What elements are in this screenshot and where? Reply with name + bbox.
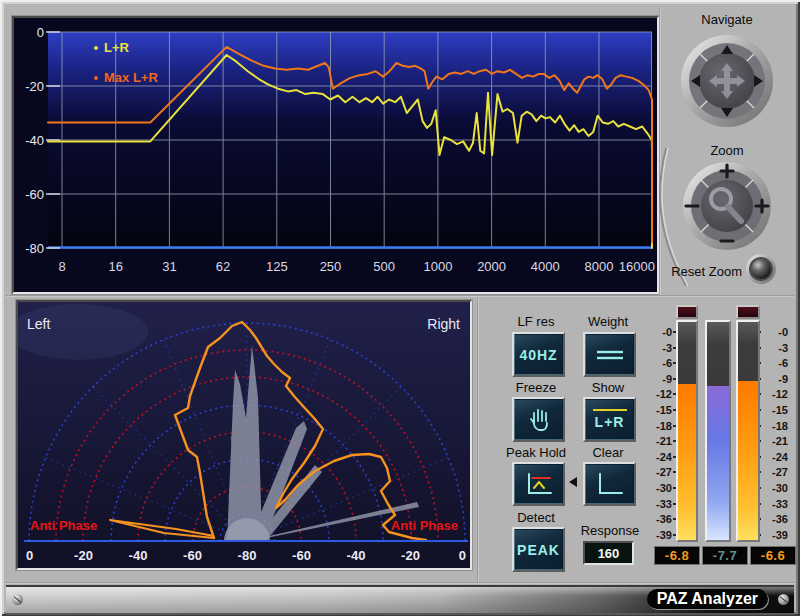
- meter-scale-left-label: -24: [646, 451, 672, 463]
- antiphase-left-label: Anti Phase: [30, 518, 97, 533]
- weight-button[interactable]: [583, 332, 636, 377]
- meter-scale-left-label: -15: [646, 404, 672, 416]
- meter-readout-left[interactable]: -6.8: [654, 546, 700, 565]
- meter-scale-right-label: -3: [762, 342, 788, 354]
- response-label: Response: [570, 524, 650, 538]
- meter-scale-right-label: -36: [762, 513, 788, 525]
- detect-value: PEAK: [517, 542, 560, 558]
- navigate-pad[interactable]: [679, 33, 775, 129]
- meter-scale-left-label: -9: [646, 373, 672, 385]
- legend-label-max-lr: Max L+R: [104, 70, 158, 85]
- navigate-label: Navigate: [677, 13, 777, 27]
- weight-icon: [595, 348, 625, 362]
- screw-icon-right: [778, 594, 789, 605]
- meter-scale-right-label: -21: [762, 435, 788, 447]
- spectrum-x-tick: 125: [266, 259, 288, 274]
- meter-scale-left-label: -0: [646, 326, 672, 338]
- weight-label: Weight: [568, 315, 648, 329]
- legend-item-max-lr: Max L+R: [94, 70, 158, 85]
- spectrum-x-tick: 62: [216, 259, 230, 274]
- polar-axis-tick: -20: [74, 548, 93, 563]
- spectrum-x-tick: 2000: [477, 259, 506, 274]
- clear-axes-icon: [595, 471, 625, 497]
- meter-readout-right[interactable]: -6.6: [750, 546, 796, 565]
- link-triangle-icon: [569, 477, 577, 487]
- left-channel-label: Left: [27, 316, 50, 332]
- meter-scale-right-label: -0: [762, 326, 788, 338]
- meter-scale-right-label: -6: [762, 357, 788, 369]
- bottom-bar: PAZ Analyzer: [6, 585, 794, 615]
- panel-seam-horizontal: [6, 295, 794, 297]
- spectrum-x-tick: 1000: [423, 259, 452, 274]
- polar-axis-tick: -80: [238, 548, 257, 563]
- meter-scale-left-label: -3: [646, 342, 672, 354]
- panel-seam-vertical-bottom: [477, 297, 479, 583]
- response-value-display[interactable]: 160: [583, 541, 634, 565]
- plugin-title: PAZ Analyzer: [647, 589, 768, 609]
- meter-bar-right[interactable]: [736, 320, 760, 542]
- screw-icon-left: [12, 594, 23, 605]
- peak-hold-button[interactable]: [512, 462, 565, 506]
- meter-readout-mid-value: -7.7: [713, 548, 737, 563]
- spectrum-x-tick: 500: [373, 259, 395, 274]
- spectrum-x-tick: 8: [58, 259, 65, 274]
- polar-axis-tick: -40: [347, 548, 366, 563]
- clip-indicator-left[interactable]: [676, 305, 698, 319]
- meter-scale-right-label: -18: [762, 420, 788, 432]
- reset-zoom-label: Reset Zoom: [658, 265, 742, 279]
- show-value: L+R: [595, 414, 625, 430]
- spectrum-y-tick: -20: [25, 79, 44, 94]
- legend-label-lr: L+R: [104, 40, 129, 55]
- meter-bar-left[interactable]: [676, 320, 698, 542]
- spectrum-x-tick: 8000: [585, 259, 614, 274]
- clear-button[interactable]: [583, 462, 636, 506]
- clip-indicator-right[interactable]: [736, 305, 760, 319]
- meter-scale-right-label: -15: [762, 404, 788, 416]
- polar-axis-tick: -20: [401, 548, 420, 563]
- spectrum-x-tick: 4000: [531, 259, 560, 274]
- lf-res-label: LF res: [496, 315, 576, 329]
- detect-label: Detect: [496, 511, 576, 525]
- meter-scale-left-label: -30: [646, 482, 672, 494]
- clear-label: Clear: [568, 446, 648, 460]
- antiphase-right-label: Anti Phase: [391, 518, 458, 533]
- detect-button[interactable]: PEAK: [512, 527, 565, 572]
- meter-bar-mid[interactable]: [705, 320, 731, 542]
- lf-res-value: 40HZ: [519, 347, 557, 363]
- spectrum-display[interactable]: 0-20-40-60-80816316212525050010002000400…: [12, 16, 659, 294]
- paz-analyzer-window: 0-20-40-60-80816316212525050010002000400…: [0, 0, 800, 616]
- response-value: 160: [598, 546, 620, 561]
- show-button[interactable]: L+R: [583, 397, 636, 442]
- polar-axis-tick: 0: [26, 548, 33, 563]
- legend-dot-lr: [94, 46, 98, 50]
- meter-fill-mid: [707, 386, 729, 540]
- zoom-label: Zoom: [677, 144, 777, 158]
- meter-readout-left-value: -6.8: [665, 548, 689, 563]
- reset-zoom-sphere: [751, 259, 771, 279]
- show-overline: [593, 409, 627, 411]
- spectrum-y-tick: -40: [25, 133, 44, 148]
- legend-item-lr: L+R: [94, 40, 129, 55]
- spectrum-x-tick: 16000: [619, 259, 655, 274]
- meter-scale-left-label: -36: [646, 513, 672, 525]
- meter-scale-right-label: -33: [762, 498, 788, 510]
- meter-fill-left: [678, 384, 696, 540]
- legend-dot-max-lr: [94, 76, 98, 80]
- polar-axis-tick: -60: [292, 548, 311, 563]
- meter-readout-right-value: -6.6: [761, 548, 785, 563]
- freeze-hand-icon: [526, 407, 552, 433]
- panel-seam-above-bar: [6, 582, 794, 584]
- freeze-button[interactable]: [512, 397, 565, 442]
- polar-axis-tick: -60: [183, 548, 202, 563]
- meter-readout-mid[interactable]: -7.7: [702, 546, 748, 565]
- stereo-position-display[interactable]: 0-20-40-60-80-60-40-200 Left Right Anti …: [16, 300, 472, 570]
- meter-scale-right-label: -9: [762, 373, 788, 385]
- zoom-pad[interactable]: [681, 160, 773, 252]
- lf-res-button[interactable]: 40HZ: [512, 332, 565, 377]
- reset-zoom-button[interactable]: [745, 253, 777, 285]
- spectrum-x-tick: 250: [320, 259, 342, 274]
- meter-scale-right-label: -27: [762, 466, 788, 478]
- meter-scale-right-label: -39: [762, 529, 788, 541]
- spectrum-y-tick: -80: [25, 241, 44, 256]
- meter-scale-left-label: -27: [646, 466, 672, 478]
